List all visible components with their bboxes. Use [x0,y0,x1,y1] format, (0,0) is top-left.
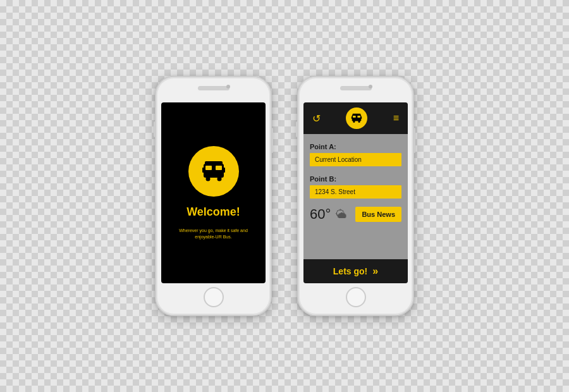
svg-rect-5 [216,166,222,170]
svg-point-2 [205,176,210,181]
svg-rect-13 [358,116,361,118]
point-b-label: Point B: [310,175,401,183]
svg-rect-6 [202,168,204,173]
svg-rect-9 [353,114,361,116]
phone-welcome: Welcome! Wherever you go, make it safe a… [155,76,272,316]
welcome-screen: Welcome! Wherever you go, make it safe a… [161,102,266,283]
refresh-icon[interactable]: ↺ [312,113,321,125]
weather-news-row: 60° 🌥 Bus News [303,201,408,228]
power-button [271,128,273,153]
svg-point-3 [217,176,221,181]
phone-app: ↺ ≡ [297,76,414,316]
home-button-2[interactable] [346,287,366,307]
volume-button [154,121,156,137]
welcome-title: Welcome! [187,205,240,219]
svg-point-10 [353,121,355,123]
bus-news-button[interactable]: Bus News [355,207,401,222]
svg-rect-15 [361,116,362,119]
svg-rect-12 [353,116,356,118]
app-content: ↺ ≡ [303,102,408,283]
lets-go-arrows: » [372,266,378,277]
nav-bar: ↺ ≡ [303,102,408,134]
lets-go-text: Lets go! [333,266,367,276]
menu-icon[interactable]: ≡ [393,113,399,124]
route-content: Point A: Current Location Point B: 1234 … [303,134,408,259]
nav-bus-icon [350,112,363,125]
svg-rect-14 [352,116,352,119]
temperature-display: 60° [310,206,331,223]
home-button[interactable] [204,287,224,307]
welcome-subtitle: Wherever you go, make it safe and enjoya… [161,228,266,240]
svg-rect-7 [223,168,225,173]
page-background: Welcome! Wherever you go, make it safe a… [0,0,569,392]
point-b-field[interactable]: 1234 S. Street [310,185,401,199]
point-b-section: Point B: 1234 S. Street [303,171,408,199]
svg-point-11 [358,121,360,123]
point-a-field[interactable]: Current Location [310,153,401,166]
welcome-content: Welcome! Wherever you go, make it safe a… [161,102,266,283]
volume-button-2 [296,121,298,137]
point-a-label: Point A: [310,143,401,150]
bus-circle-logo [188,146,239,197]
svg-rect-1 [205,161,223,166]
point-a-section: Point A: Current Location [303,139,408,166]
nav-bus-circle [346,107,367,129]
lets-go-bar[interactable]: Lets go! » [303,259,408,283]
svg-rect-4 [205,166,212,170]
weather-icon: 🌥 [336,208,347,221]
app-screen: ↺ ≡ [303,102,408,283]
bus-icon [200,157,228,185]
power-button-2 [413,128,415,153]
